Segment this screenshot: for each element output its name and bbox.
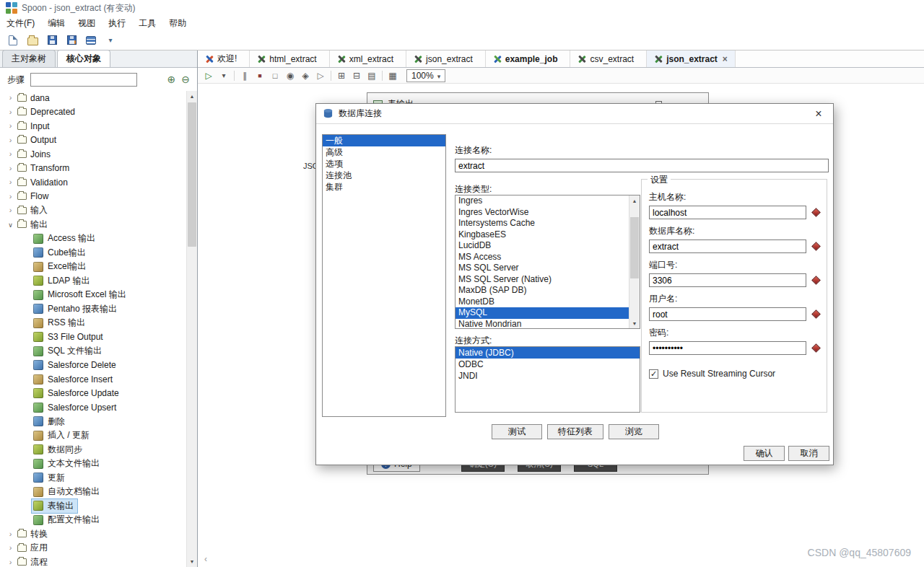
variable-diamond-icon[interactable] [811, 343, 821, 353]
document-tab[interactable]: example_job [486, 50, 571, 67]
tree-folder[interactable]: Transform [0, 162, 186, 176]
new-file-icon[interactable] [5, 32, 21, 48]
tree-step-item[interactable]: 配置文件输出 [0, 513, 186, 527]
settings-input[interactable] [649, 307, 806, 321]
document-tab[interactable]: 欢迎! [198, 50, 250, 67]
chevron-right-icon[interactable] [7, 178, 14, 186]
settings-input[interactable] [649, 341, 806, 355]
tree-step-item[interactable]: Salesforce Upsert [0, 400, 186, 415]
settings-input[interactable] [649, 206, 806, 219]
scroll-down-icon[interactable] [187, 556, 197, 567]
connection-type-option[interactable]: MySQL [456, 307, 629, 319]
replay-icon[interactable] [313, 69, 328, 82]
menu-item[interactable]: 文件(F) [0, 16, 41, 31]
test-button[interactable]: 测试 [492, 424, 542, 439]
tree-step-item[interactable]: 自动文档输出 [0, 485, 186, 499]
tree-folder[interactable]: 流程 [0, 555, 186, 567]
connection-type-option[interactable]: LucidDB [456, 240, 629, 252]
dialog-titlebar[interactable]: 数据库连接 [316, 104, 833, 124]
menu-item[interactable]: 视图 [71, 16, 102, 31]
connection-type-option[interactable]: Native Mondrian [456, 319, 629, 330]
document-tab[interactable]: json_extract [406, 50, 486, 67]
tree-folder[interactable]: Input [0, 119, 186, 133]
tree-step-item[interactable]: LDAP 输出 [0, 274, 186, 289]
connection-type-option[interactable]: MonetDB [456, 296, 629, 308]
debug-icon[interactable] [298, 69, 313, 82]
tree-step-item[interactable]: 表输出 [0, 499, 186, 514]
variable-diamond-icon[interactable] [811, 242, 821, 251]
close-dialog-icon[interactable] [811, 107, 827, 120]
document-tab[interactable]: csv_extract [570, 50, 647, 67]
tree-step-item[interactable]: 文本文件输出 [0, 457, 186, 471]
use-result-streaming-checkbox[interactable] [649, 369, 658, 379]
tree-step-item[interactable]: Salesforce Update [0, 387, 186, 401]
tree-step-item[interactable]: S3 File Output [0, 330, 186, 345]
tree-folder-expanded[interactable]: 输出 [0, 218, 186, 232]
tree-folder[interactable]: 输入 [0, 203, 186, 218]
tree-step-item[interactable]: SQL 文件输出 [0, 344, 186, 359]
connection-type-option[interactable]: MaxDB (SAP DB) [456, 285, 629, 296]
chevron-right-icon[interactable] [7, 544, 14, 552]
tree-folder[interactable]: Validation [0, 175, 186, 190]
chevron-right-icon[interactable] [7, 193, 14, 201]
transformation-canvas[interactable]: JSON CSDN @qq_45807609 表输出 Help 确定(O) 取消… [198, 84, 924, 567]
dialog-nav-item[interactable]: 集群 [323, 181, 445, 193]
tree-folder[interactable]: Flow [0, 190, 186, 204]
scrollbar-thumb[interactable] [188, 102, 196, 247]
hscroll-left-icon[interactable] [204, 554, 207, 564]
variable-diamond-icon[interactable] [811, 208, 821, 217]
variable-diamond-icon[interactable] [811, 309, 821, 319]
chevron-right-icon[interactable] [7, 164, 14, 172]
connection-type-option[interactable]: Intersystems Cache [456, 218, 629, 229]
tree-folder[interactable]: 应用 [0, 541, 186, 555]
align-horizontal-icon[interactable] [349, 69, 364, 82]
chevron-right-icon[interactable] [7, 108, 14, 116]
tree-step-item[interactable]: Pentaho 报表输出 [0, 302, 186, 317]
chevron-right-icon[interactable] [7, 94, 14, 102]
menu-item[interactable]: 帮助 [162, 16, 193, 31]
close-tab-icon[interactable]: × [723, 54, 728, 64]
align-vertical-icon[interactable] [365, 69, 379, 82]
zoom-select[interactable]: 100% [406, 69, 445, 82]
tree-folder[interactable]: Deprecated [0, 105, 186, 120]
tree-step-item[interactable]: Microsoft Excel 输出 [0, 288, 186, 302]
document-tab[interactable]: json_extract × [647, 50, 736, 67]
database-stack-icon[interactable] [83, 32, 99, 48]
tree-step-item[interactable]: Salesforce Delete [0, 359, 186, 373]
menu-item[interactable]: 执行 [102, 16, 132, 31]
stop-icon[interactable] [253, 69, 267, 82]
chevron-right-icon[interactable] [7, 530, 14, 538]
connection-type-option[interactable]: MS SQL Server (Native) [456, 274, 629, 286]
scrollbar-thumb[interactable] [630, 217, 639, 278]
connection-type-option[interactable]: Ingres VectorWise [456, 207, 629, 219]
tree-step-item[interactable]: 更新 [0, 471, 186, 485]
menu-item[interactable]: 工具 [132, 16, 162, 31]
chevron-right-icon[interactable] [7, 122, 14, 130]
confirm-button[interactable]: 确认 [744, 446, 785, 461]
collapse-all-icon[interactable] [181, 74, 190, 84]
connection-type-scrollbar[interactable] [629, 195, 640, 328]
tree-folder[interactable]: dana [0, 91, 186, 105]
chevron-right-icon[interactable] [7, 150, 14, 158]
view-tab[interactable]: 核心对象 [57, 50, 110, 67]
save-as-icon[interactable] [64, 32, 79, 48]
tree-step-item[interactable]: Salesforce Insert [0, 372, 186, 387]
connection-type-option[interactable]: MS Access [456, 252, 629, 263]
connection-type-option[interactable]: Ingres [456, 195, 629, 207]
tree-folder[interactable]: 转换 [0, 527, 186, 542]
explore-button[interactable]: 浏览 [609, 424, 659, 439]
connection-type-option[interactable]: MS SQL Server [456, 263, 629, 274]
tree-folder[interactable]: Output [0, 133, 186, 148]
run-options-caret[interactable] [217, 69, 231, 82]
cancel-button[interactable]: 取消 [788, 446, 829, 461]
show-grid-icon[interactable] [385, 69, 400, 82]
scroll-up-icon[interactable] [629, 195, 640, 206]
pause-icon[interactable] [237, 69, 252, 82]
menu-item[interactable]: 编辑 [41, 16, 71, 31]
scroll-down-icon[interactable] [629, 318, 640, 328]
tree-scrollbar[interactable] [186, 91, 197, 567]
settings-input[interactable] [649, 239, 806, 253]
tree-folder[interactable]: Joins [0, 147, 186, 162]
tree-step-item[interactable]: 删除 [0, 415, 186, 429]
chevron-right-icon[interactable] [7, 206, 14, 214]
